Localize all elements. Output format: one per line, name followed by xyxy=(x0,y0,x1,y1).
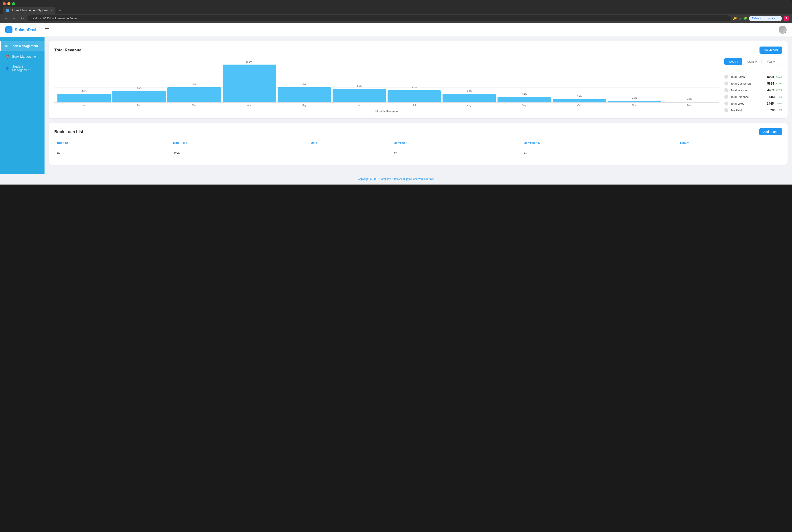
bookmark-icon[interactable]: ☆ xyxy=(738,17,741,20)
loan-header: Book Loan List Add Loans xyxy=(54,128,782,135)
bar-group-apr: 10.1% xyxy=(222,64,277,102)
x-label-mar: Mar xyxy=(167,104,221,107)
bar-group-dec: 0.2% xyxy=(662,102,717,102)
bar-label-feb: 3.1% xyxy=(136,87,141,89)
bar-label-jan: 2.3% xyxy=(81,90,86,92)
app-logo-text: SplashDash xyxy=(15,27,38,32)
address-bar[interactable] xyxy=(27,15,731,21)
loan-table: Book IDBook TitleDateBorrowerBorrower ID… xyxy=(54,139,782,159)
stat-row: Total Likes 14454 +5% xyxy=(724,101,782,106)
stat-change: +25% xyxy=(776,89,782,92)
stat-change: +15% xyxy=(776,82,782,85)
bar-jul: 3.2% xyxy=(388,90,441,102)
new-tab-button[interactable]: + xyxy=(57,7,63,13)
stat-name: Total Expense xyxy=(731,95,749,99)
stat-left: Total Income xyxy=(724,88,747,92)
reload-button[interactable]: ↻ xyxy=(20,16,25,21)
stat-value: 5894 xyxy=(767,82,774,85)
relaunch-label: Relaunch to update xyxy=(752,17,775,20)
bar-group-nov: 0.5% xyxy=(607,101,662,102)
logo-icon: 🛒 xyxy=(5,26,13,33)
bar-group-may: 4% xyxy=(277,87,332,102)
table-body: #2Javas2#2⋮ xyxy=(54,147,782,159)
bar-label-oct: 0.8% xyxy=(577,95,582,98)
back-button[interactable]: ← xyxy=(3,16,9,21)
stat-name: Total Likes xyxy=(731,102,744,105)
bar-label-mar: 4% xyxy=(193,83,196,86)
bar-label-aug: 2.3% xyxy=(467,90,472,92)
add-loans-button[interactable]: Add Loans xyxy=(759,128,782,135)
x-label-dec: Dec xyxy=(662,104,717,107)
chart-container: 2.3%3.1%4%10.1%4%3.6%3.2%2.3%1.4%0.8%0.5… xyxy=(54,58,782,113)
table-cell-return: ⋮ xyxy=(678,147,782,159)
stat-row: Total Customers 5894 +15% xyxy=(724,81,782,86)
bar-may: 4% xyxy=(277,87,331,102)
sidebar-item-loan-management[interactable]: ⊞ Loan Management xyxy=(0,41,44,51)
minimize-dot[interactable] xyxy=(7,2,11,5)
bar-label-jul: 3.2% xyxy=(411,87,417,89)
tab-close-button[interactable]: ✕ xyxy=(50,9,52,12)
table-row: #2Javas2#2⋮ xyxy=(54,147,782,159)
stat-dot xyxy=(724,108,728,112)
sidebar: ⊞ Loan Management 📚 Book Management 👤 St… xyxy=(0,37,44,174)
hamburger-button[interactable] xyxy=(43,27,51,32)
period-btn-weekly[interactable]: Weekly xyxy=(724,58,742,65)
gridline xyxy=(54,58,719,58)
stat-value: 786 xyxy=(770,109,775,112)
stat-row: Total Sales 5995 +15% xyxy=(724,75,782,79)
bar-sep: 1.4% xyxy=(498,97,551,102)
table-cell: #2 xyxy=(54,147,171,159)
tab-favicon xyxy=(6,9,9,12)
browser-toolbar: ← → ↻ 🔑 ☆ 🧩 Relaunch to update ⌄ E xyxy=(0,14,792,23)
table-header-row: Book IDBook TitleDateBorrowerBorrower ID… xyxy=(54,139,782,147)
stat-value: 4453 xyxy=(767,88,774,92)
bar-group-oct: 0.8% xyxy=(552,99,607,102)
book-loan-card: Book Loan List Add Loans Book IDBook Tit… xyxy=(49,123,788,165)
stat-left: Total Likes xyxy=(724,101,744,106)
period-btn-yearly[interactable]: Yearly xyxy=(762,58,779,65)
forward-button[interactable]: → xyxy=(11,16,17,21)
chart-caption: Monthly Revenue xyxy=(54,110,719,113)
sidebar-item-book-management[interactable]: 📚 Book Management xyxy=(0,52,44,61)
stat-row: Total Income 4453 +25% xyxy=(724,88,782,92)
close-dot[interactable] xyxy=(3,2,6,5)
main-content: Total Revanue Download xyxy=(44,37,792,174)
maximize-dot[interactable] xyxy=(12,2,15,5)
stat-left: Total Sales xyxy=(724,75,745,79)
sidebar-label-loan: Loan Management xyxy=(11,44,38,48)
online-status-dot xyxy=(785,32,787,34)
stat-right: 4453 +25% xyxy=(767,88,782,92)
revenue-card: Total Revanue Download xyxy=(49,41,788,118)
active-tab[interactable]: Library Management System ✕ xyxy=(3,7,55,14)
bar-feb: 3.1% xyxy=(112,91,166,102)
bar-jun: 3.6% xyxy=(332,89,386,102)
stat-value: 14454 xyxy=(767,102,775,105)
bar-chart: 2.3%3.1%4%10.1%4%3.6%3.2%2.3%1.4%0.8%0.5… xyxy=(54,58,719,107)
stat-change: +5% xyxy=(777,102,782,105)
download-button[interactable]: Download xyxy=(759,46,782,54)
bar-label-nov: 0.5% xyxy=(632,97,637,99)
stat-name: Tax Paid xyxy=(731,109,742,112)
revenue-title: Total Revanue xyxy=(54,48,81,53)
bar-aug: 2.3% xyxy=(443,94,496,102)
user-avatar[interactable] xyxy=(779,26,787,34)
sidebar-item-student-management[interactable]: 👤 Student Management xyxy=(0,62,44,75)
chart-right: WeeklyMonthlyYearly Total Sales 5995 +15… xyxy=(724,58,782,113)
bar-apr: 10.1% xyxy=(223,64,276,102)
stat-change: +2% xyxy=(777,95,782,98)
stat-row: Total Expense 7454 +2% xyxy=(724,95,782,99)
stat-left: Tax Paid xyxy=(724,108,742,112)
bar-group-aug: 2.3% xyxy=(442,94,497,102)
browser-user-avatar[interactable]: E xyxy=(784,16,789,21)
row-action-button[interactable]: ⋮ xyxy=(680,150,688,156)
stat-change: +15% xyxy=(776,75,782,78)
col-book-id: Book ID xyxy=(54,139,171,147)
bar-group-sep: 1.4% xyxy=(497,97,552,102)
table-cell xyxy=(308,147,391,159)
x-label-sep: Sep xyxy=(497,104,552,107)
bar-label-sep: 1.4% xyxy=(522,93,527,95)
period-btn-monthly[interactable]: Monthly xyxy=(743,58,762,65)
student-icon: 👤 xyxy=(5,66,9,71)
bar-label-dec: 0.2% xyxy=(687,98,692,100)
relaunch-button[interactable]: Relaunch to update ⌄ xyxy=(749,16,782,21)
